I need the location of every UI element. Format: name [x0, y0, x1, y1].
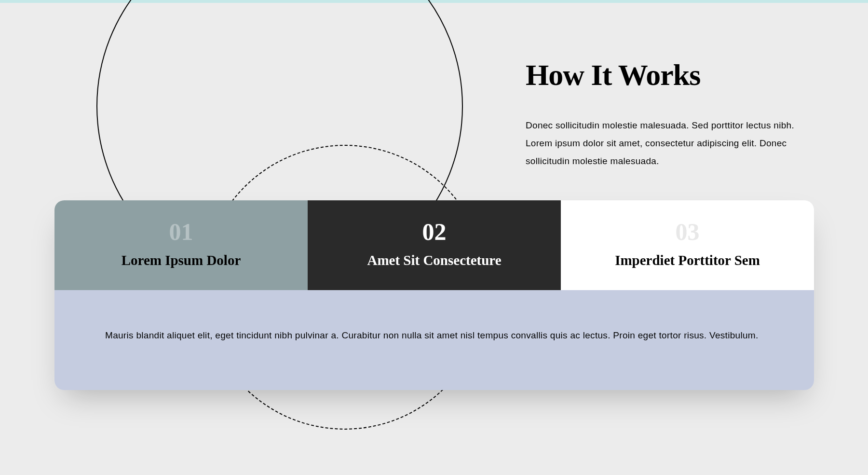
- tab-step-3[interactable]: 03 Imperdiet Porttitor Sem: [561, 200, 814, 290]
- tab-content-panel: Mauris blandit aliquet elit, eget tincid…: [54, 290, 814, 390]
- section-description: Donec sollicitudin molestie malesuada. S…: [526, 116, 805, 170]
- section-title: How It Works: [526, 58, 805, 92]
- tab-title: Imperdiet Porttitor Sem: [570, 252, 804, 268]
- tab-number: 01: [64, 220, 298, 244]
- section-header: How It Works Donec sollicitudin molestie…: [526, 58, 805, 170]
- tab-title: Lorem Ipsum Dolor: [64, 252, 298, 268]
- tab-step-2[interactable]: 02 Amet Sit Consecteture: [308, 200, 561, 290]
- tabs-card: 01 Lorem Ipsum Dolor 02 Amet Sit Consect…: [54, 200, 814, 390]
- tab-number: 02: [317, 220, 551, 244]
- tab-step-1[interactable]: 01 Lorem Ipsum Dolor: [54, 200, 308, 290]
- tab-title: Amet Sit Consecteture: [317, 252, 551, 268]
- tab-number: 03: [570, 220, 804, 244]
- tab-content-text: Mauris blandit aliquet elit, eget tincid…: [105, 326, 763, 344]
- tabs-row: 01 Lorem Ipsum Dolor 02 Amet Sit Consect…: [54, 200, 814, 290]
